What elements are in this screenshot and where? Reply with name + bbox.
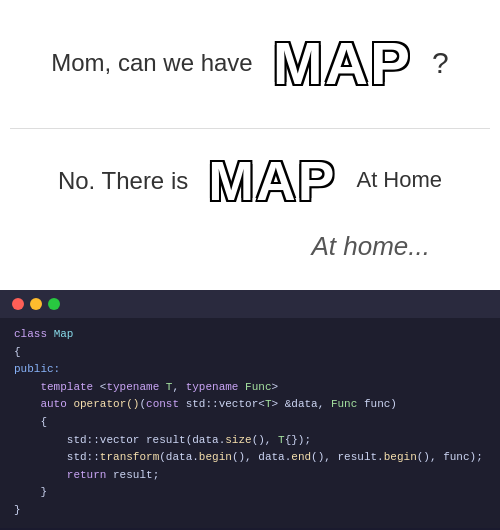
code-line: {	[14, 344, 486, 362]
code-line: }	[14, 484, 486, 502]
divider	[10, 128, 490, 129]
code-line: }	[14, 502, 486, 520]
window-controls	[0, 290, 500, 318]
row1: Mom, can we have MAP ?	[10, 29, 490, 98]
code-line: std::transform(data.begin(), data.end(),…	[14, 449, 486, 467]
code-line: return result;	[14, 467, 486, 485]
code-line: std::vector result(data.size(), T{});	[14, 432, 486, 450]
row2: No. There is MAP At Home	[10, 149, 490, 213]
code-panel: class Map { public: template <typename T…	[0, 290, 500, 530]
row1-question: ?	[432, 46, 449, 80]
code-line: auto operator()(const std::vector<T> &da…	[14, 396, 486, 414]
code-line: class Map	[14, 326, 486, 344]
meme-container: Mom, can we have MAP ? No. There is MAP …	[0, 0, 500, 530]
code-line: {	[14, 414, 486, 432]
row1-map: MAP	[273, 29, 412, 98]
dot-yellow	[30, 298, 42, 310]
row2-text: No. There is	[58, 167, 188, 195]
dot-green	[48, 298, 60, 310]
row2-map: MAP	[208, 149, 336, 213]
dot-red	[12, 298, 24, 310]
code-line: public:	[14, 361, 486, 379]
code-line: template <typename T, typename Func>	[14, 379, 486, 397]
at-home-ellipsis: At home...	[10, 231, 490, 262]
row1-text: Mom, can we have	[51, 49, 252, 77]
code-content: class Map { public: template <typename T…	[0, 318, 500, 528]
at-home-label: At Home	[356, 166, 442, 195]
top-panel: Mom, can we have MAP ? No. There is MAP …	[0, 0, 500, 290]
